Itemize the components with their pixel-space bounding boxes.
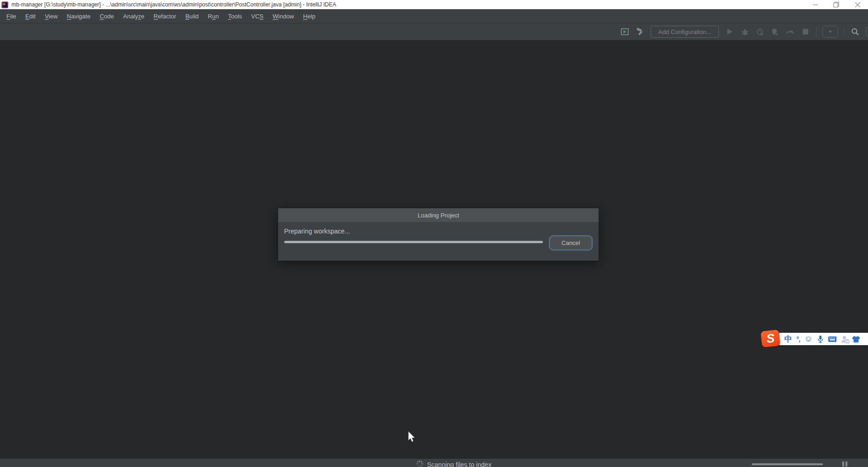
- minimize-button[interactable]: [805, 0, 826, 9]
- sogou-logo[interactable]: S: [760, 330, 780, 347]
- keyboard-icon[interactable]: [828, 336, 837, 342]
- menu-item-refactor[interactable]: Refactor: [149, 11, 181, 22]
- status-indexing-text: Scanning files to index: [427, 461, 491, 467]
- build-hammer-icon[interactable]: [635, 27, 645, 36]
- debug-icon: [740, 27, 749, 36]
- run-with-coverage-icon: [755, 27, 765, 36]
- cancel-button[interactable]: Cancel: [549, 235, 593, 251]
- status-bar: Scanning files to index: [0, 459, 868, 467]
- status-progress-bar: [752, 463, 823, 465]
- toolbar-separator: [816, 27, 817, 36]
- menu-item-file[interactable]: File: [2, 11, 21, 22]
- run-anything-icon[interactable]: [620, 27, 629, 36]
- add-configuration-button[interactable]: Add Configuration...: [651, 26, 719, 38]
- menu-item-analyze[interactable]: Analyze: [119, 11, 149, 22]
- menu-item-run[interactable]: Run: [203, 11, 223, 22]
- menu-item-window[interactable]: Window: [268, 11, 298, 22]
- close-button[interactable]: [847, 0, 868, 9]
- menu-item-help[interactable]: Help: [298, 11, 320, 22]
- dialog-title: Loading Project: [278, 208, 599, 222]
- chinese-mode-icon[interactable]: 中: [784, 334, 792, 344]
- pause-indexing-button[interactable]: [842, 461, 847, 467]
- profiler-icon: [771, 27, 780, 36]
- restore-button[interactable]: [826, 0, 847, 9]
- menu-item-navigate[interactable]: Navigate: [62, 11, 95, 22]
- window-title: mb-manager [G:\study\mb-manager] - ...\a…: [11, 1, 336, 8]
- main-toolbar: Add Configuration...: [0, 23, 868, 40]
- search-everywhere-icon[interactable]: [851, 27, 860, 36]
- user-level-badge: 14: [845, 339, 850, 343]
- menu-item-tools[interactable]: Tools: [223, 11, 246, 22]
- loading-project-dialog: Loading Project Preparing workspace... C…: [278, 208, 599, 261]
- dialog-progress-fill: [284, 241, 543, 243]
- punctuation-icon[interactable]: °,: [796, 335, 800, 343]
- mouse-cursor: [406, 431, 417, 444]
- menu-item-build[interactable]: Build: [181, 11, 203, 22]
- microphone-icon[interactable]: [817, 335, 824, 343]
- sogou-ime-toolbar: 中 °, ☺ 14: [779, 333, 868, 345]
- indexing-spinner-icon: [416, 460, 423, 467]
- emoji-icon[interactable]: ☺: [804, 334, 812, 344]
- menu-item-edit[interactable]: Edit: [21, 11, 40, 22]
- skin-shirt-icon[interactable]: [852, 336, 860, 343]
- menu-item-vcs[interactable]: VCS: [246, 11, 268, 22]
- intellij-app-icon: IJ: [1, 1, 8, 8]
- dialog-progress-message: Preparing workspace...: [284, 228, 350, 235]
- dialog-progress-bar: [284, 241, 543, 243]
- run-config-chevron-icon: ▼: [822, 26, 838, 38]
- gauge-icon: [786, 27, 795, 36]
- stop-icon: [801, 27, 810, 36]
- main-menubar: FileEditViewNavigateCodeAnalyzeRefactorB…: [0, 9, 868, 23]
- toolbar-separator: [844, 27, 845, 36]
- menu-item-view[interactable]: View: [40, 11, 62, 22]
- clipped-toolbar-icon: [866, 27, 868, 36]
- user-icon[interactable]: 14: [841, 336, 848, 343]
- window-titlebar: IJ mb-manager [G:\study\mb-manager] - ..…: [0, 0, 868, 9]
- run-icon: [725, 27, 734, 36]
- menu-item-code[interactable]: Code: [95, 11, 119, 22]
